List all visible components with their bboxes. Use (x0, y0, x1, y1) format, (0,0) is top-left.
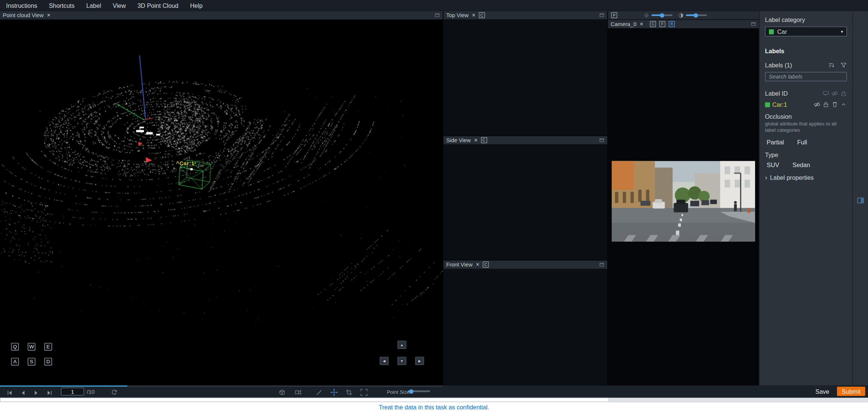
nav-right-icon: ▶ (418, 359, 421, 363)
type-option-suv[interactable]: SUV (765, 161, 781, 169)
menu-help[interactable]: Help (190, 2, 203, 9)
occlusion-option-partial[interactable]: Partial (765, 138, 786, 146)
key-hint-w[interactable]: W (28, 343, 35, 351)
category-value: Car (777, 28, 787, 35)
close-icon[interactable]: × (640, 21, 643, 27)
lock-icon[interactable] (823, 101, 829, 108)
menu-bar: Instructions Shortcuts Label View 3D Poi… (0, 0, 868, 11)
label-properties-label: Label properties (770, 174, 814, 181)
point-cloud-canvas[interactable] (0, 20, 443, 385)
front-view-panel: Front View × C (443, 261, 607, 386)
confidential-notice: Treat the data in this task as confident… (379, 404, 490, 411)
projection-button[interactable]: P (611, 12, 617, 18)
skip-to-start-button[interactable] (7, 388, 13, 398)
collapse-icon[interactable] (840, 101, 847, 108)
eye-off-icon[interactable] (831, 90, 838, 97)
step-forward-button[interactable] (47, 388, 53, 398)
occlusion-option-full[interactable]: Full (796, 138, 809, 146)
pan-right-button[interactable]: ▶ (415, 357, 424, 365)
menu-3d-point-cloud[interactable]: 3D Point Cloud (137, 2, 178, 9)
camera-header: Camera_0 × C F B (608, 20, 759, 29)
bounding-box-label: ^Car:1 (176, 160, 194, 166)
expand-panel-icon[interactable] (599, 262, 605, 267)
key-hint-q[interactable]: Q (11, 343, 19, 351)
scrollbar-thumb[interactable] (0, 397, 609, 402)
move-tool-icon[interactable] (330, 388, 338, 398)
bottom-control-bar: /10 Point Size Save Submit (0, 386, 868, 398)
box-tool-icon[interactable] (345, 388, 352, 398)
label-list-item[interactable]: Car:1 (765, 101, 847, 108)
panel-layout-toggle-icon[interactable] (857, 15, 864, 386)
frame-scrubber[interactable] (0, 386, 443, 387)
close-icon[interactable]: × (474, 137, 478, 143)
menu-view[interactable]: View (113, 2, 126, 9)
camera-frustum-toggle-icon[interactable] (295, 388, 302, 398)
search-labels-input[interactable] (765, 72, 847, 81)
label-category-dropdown[interactable]: Car ▾ (765, 26, 847, 36)
side-view-panel: Side View × C (443, 136, 607, 260)
loop-playback-icon[interactable] (111, 388, 117, 398)
labels-count: Labels (1) (765, 62, 792, 68)
top-view-viewport[interactable] (443, 20, 607, 135)
comment-icon[interactable] (823, 90, 829, 97)
camera-cube-toggle-icon[interactable] (278, 388, 285, 398)
camera-f-button[interactable]: F (659, 21, 665, 27)
camera-b-button[interactable]: B (669, 21, 675, 27)
center-view-button[interactable]: C (479, 12, 485, 18)
frame-input[interactable] (61, 388, 84, 396)
play-button[interactable] (33, 388, 39, 398)
sort-icon[interactable] (828, 62, 835, 68)
menu-label[interactable]: Label (86, 2, 101, 9)
camera-viewport[interactable] (608, 29, 759, 385)
brightness-slider[interactable] (652, 15, 672, 16)
type-option-sedan[interactable]: Sedan (791, 161, 812, 169)
ruler-tool-icon[interactable] (316, 388, 323, 398)
key-hint-d[interactable]: D (44, 358, 52, 365)
center-view-button[interactable]: C (481, 137, 487, 143)
front-view-viewport[interactable] (443, 269, 607, 386)
close-icon[interactable]: × (472, 12, 476, 18)
expand-panel-icon[interactable] (599, 13, 605, 17)
lock-icon[interactable] (840, 90, 847, 97)
point-size-slider[interactable] (408, 390, 430, 392)
brightness-slider-handle[interactable] (660, 13, 664, 17)
contrast-slider-handle[interactable] (694, 13, 698, 17)
pan-up-button[interactable]: ▲ (397, 341, 406, 349)
center-view-button[interactable]: C (483, 262, 489, 268)
point-cloud-title: Point cloud View (3, 12, 44, 18)
close-icon[interactable]: × (47, 12, 51, 18)
filter-icon[interactable] (840, 62, 847, 68)
fit-view-icon[interactable] (360, 388, 367, 398)
key-hint-a[interactable]: A (11, 358, 19, 365)
eye-off-icon[interactable] (814, 101, 820, 108)
menu-instructions[interactable]: Instructions (6, 2, 37, 9)
chevron-right-icon: › (765, 174, 767, 181)
pan-down-button[interactable]: ▼ (397, 357, 406, 365)
pan-left-button[interactable]: ◀ (380, 357, 389, 365)
menu-shortcuts[interactable]: Shortcuts (49, 2, 75, 9)
point-size-slider-handle[interactable] (409, 389, 414, 393)
labels-count-row: Labels (1) (765, 62, 847, 68)
key-hint-s[interactable]: S (28, 358, 35, 365)
label-id-heading: Label ID (765, 90, 788, 97)
nav-down-icon: ▼ (400, 359, 403, 363)
close-icon[interactable]: × (476, 262, 479, 268)
step-back-button[interactable] (20, 388, 26, 398)
top-view-panel: Top View × C (443, 11, 607, 135)
side-view-viewport[interactable] (443, 145, 607, 260)
trash-icon[interactable] (831, 101, 838, 108)
expand-panel-icon[interactable] (751, 22, 756, 26)
contrast-slider[interactable] (686, 15, 707, 16)
key-hint-e[interactable]: E (44, 343, 52, 351)
save-button[interactable]: Save (815, 388, 829, 395)
expand-panel-icon[interactable] (434, 13, 440, 17)
expand-panel-icon[interactable] (599, 138, 605, 143)
occlusion-options: Partial Full (765, 138, 847, 146)
label-properties-toggle[interactable]: › Label properties (765, 174, 847, 181)
nav-up-icon: ▲ (400, 343, 403, 346)
label-sidebar: Label category Car ▾ Labels Labels (1) L… (759, 11, 852, 386)
horizontal-scrollbar[interactable] (0, 397, 868, 402)
camera-title: Camera_0 (611, 21, 636, 27)
camera-c-button[interactable]: C (650, 21, 656, 27)
submit-button[interactable]: Submit (837, 387, 865, 396)
